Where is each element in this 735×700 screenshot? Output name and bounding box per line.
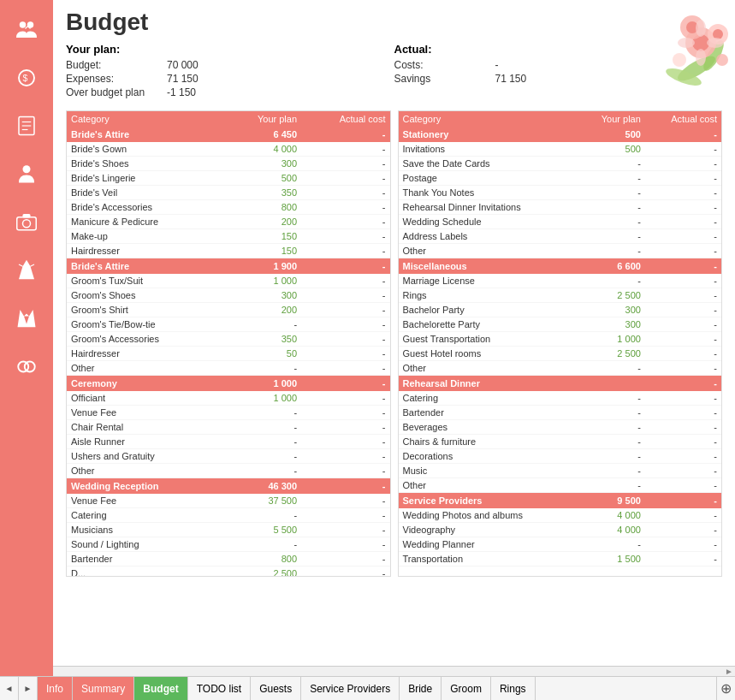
sidebar-item-suit[interactable] — [3, 294, 50, 341]
sidebar-item-dress[interactable] — [3, 246, 50, 293]
right-budget-table: Category Your plan Actual cost Stationer… — [398, 110, 723, 577]
svg-rect-11 — [23, 214, 31, 218]
row-actual: - — [301, 317, 389, 332]
table-row: Sound / Lighting - - — [67, 537, 390, 552]
row-label: Invitations — [399, 142, 578, 157]
expenses-row: Expenses: 71 150 — [66, 73, 394, 85]
table-row: Guest Hotel rooms 2 500 - — [399, 347, 722, 361]
row-actual: - — [645, 449, 721, 464]
sidebar-item-couple[interactable] — [3, 7, 50, 53]
table-row: Other - - — [399, 478, 722, 493]
row-value: - — [578, 464, 645, 478]
row-value: - — [578, 186, 645, 200]
row-actual: - — [301, 142, 389, 157]
row-value: 200 — [223, 303, 301, 317]
svg-point-10 — [23, 220, 31, 228]
table-row: Wedding Planner - - — [399, 537, 722, 552]
row-value: 5 500 — [223, 523, 301, 537]
tab-nav-left[interactable]: ◄ — [0, 677, 19, 701]
table-row: Decorations - - — [399, 449, 722, 464]
category-actual: - — [645, 376, 721, 392]
row-value: - — [223, 361, 301, 376]
category-total: 1 000 — [223, 376, 301, 392]
row-label: Aisle Runner — [67, 435, 223, 449]
row-actual: - — [645, 508, 721, 523]
table-row: Hairdresser 150 - — [67, 244, 390, 258]
row-value: 37 500 — [223, 494, 301, 508]
tab-groom[interactable]: Groom — [442, 677, 491, 701]
svg-point-24 — [696, 49, 706, 66]
table-row: Videography 4 000 - — [399, 523, 722, 537]
row-label: Beverages — [399, 420, 578, 435]
sidebar-item-person[interactable] — [3, 151, 50, 197]
row-label: Bachelor Party — [399, 303, 578, 317]
table-row: Venue Fee 37 500 - — [67, 494, 390, 508]
row-label: Catering — [399, 391, 578, 406]
table-row: Groom's Shirt 200 - — [67, 303, 390, 317]
page-title: Budget — [66, 9, 722, 36]
table-row: Venue Fee - - — [67, 406, 390, 420]
tab-guests[interactable]: Guests — [251, 677, 301, 701]
row-label: Bride's Lingerie — [67, 171, 223, 186]
tab-nav-right[interactable]: ► — [19, 677, 38, 701]
horizontal-scrollbar[interactable]: ◄ ► — [0, 666, 735, 676]
row-label: Rehearsal Dinner Invitations — [399, 200, 578, 215]
row-label: Wedding Planner — [399, 537, 578, 552]
row-label: Bartender — [399, 406, 578, 420]
category-header-row: Service Providers 9 500 - — [399, 493, 722, 509]
row-actual: - — [645, 244, 721, 258]
table-row: Marriage License - - — [399, 274, 722, 288]
row-value: - — [578, 361, 645, 376]
table-row: Bride's Lingerie 500 - — [67, 171, 390, 186]
table-row: Chair Rental - - — [67, 420, 390, 435]
row-actual: - — [645, 157, 721, 171]
row-actual: - — [301, 449, 389, 464]
savings-value: 71 150 — [495, 73, 555, 85]
tab-summary[interactable]: Summary — [73, 677, 134, 701]
category-actual: - — [645, 493, 721, 509]
category-header-row: Ceremony 1 000 - — [67, 376, 390, 392]
row-actual: - — [645, 142, 721, 157]
table-row: Bride's Veil 350 - — [67, 186, 390, 200]
tab-todo-list[interactable]: TODO list — [188, 677, 251, 701]
row-actual: - — [301, 552, 389, 567]
row-actual: - — [301, 303, 389, 317]
row-label: Postage — [399, 171, 578, 186]
tab-rings[interactable]: Rings — [491, 677, 536, 701]
tab-info[interactable]: Info — [38, 677, 73, 701]
row-actual: - — [645, 186, 721, 200]
row-label: Venue Fee — [67, 494, 223, 508]
table-row: Invitations 500 - — [399, 142, 722, 157]
row-actual: - — [301, 420, 389, 435]
row-value: - — [223, 537, 301, 552]
sidebar-item-camera[interactable] — [3, 199, 50, 245]
row-actual: - — [301, 391, 389, 406]
row-label: Make-up — [67, 229, 223, 244]
row-actual: - — [645, 523, 721, 537]
left-col-actual: Actual cost — [301, 111, 389, 127]
sidebar-item-budget[interactable]: $ — [3, 55, 50, 101]
row-value: - — [223, 449, 301, 464]
tab-budget[interactable]: Budget — [134, 677, 187, 701]
table-row: Other - - — [67, 361, 390, 376]
row-actual: - — [645, 200, 721, 215]
row-value: 800 — [223, 200, 301, 215]
sidebar-item-checklist[interactable] — [3, 103, 50, 149]
row-label: Guest Transportation — [399, 332, 578, 347]
sidebar: $ — [0, 0, 53, 676]
table-row: Guest Transportation 1 000 - — [399, 332, 722, 347]
row-label: Wedding Schedule — [399, 215, 578, 229]
tab-add-button[interactable]: ⊕ — [716, 677, 735, 701]
row-value: - — [578, 537, 645, 552]
tab-bride[interactable]: Bride — [400, 677, 442, 701]
row-label: Other — [67, 464, 223, 478]
right-col-category: Category — [399, 111, 578, 127]
tab-service-providers[interactable]: Service Providers — [301, 677, 400, 701]
svg-point-0 — [20, 21, 27, 28]
row-label: Bride's Shoes — [67, 157, 223, 171]
sidebar-item-rings[interactable] — [3, 342, 50, 389]
row-value: - — [223, 406, 301, 420]
svg-point-27 — [673, 53, 686, 67]
row-value: - — [578, 478, 645, 493]
row-label: Videography — [399, 523, 578, 537]
